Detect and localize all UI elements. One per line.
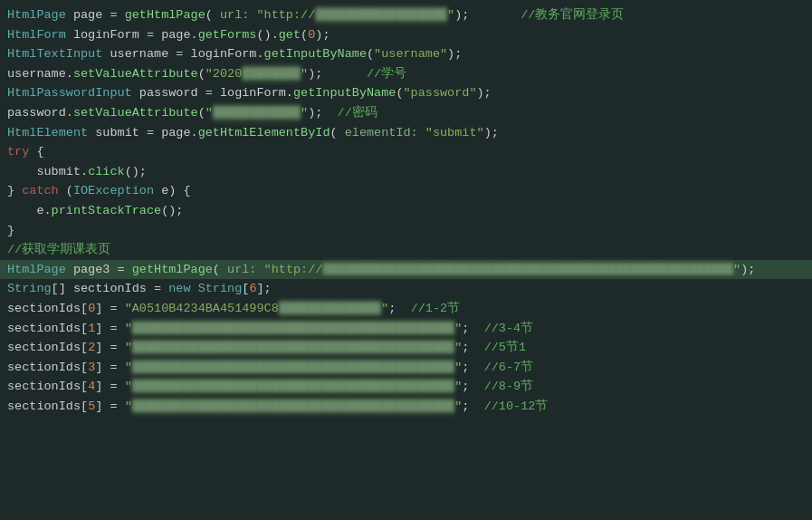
code-token: ████████████████████████████████████████… [132,319,454,339]
code-token: ); [740,260,755,280]
code-token [322,103,337,123]
code-token: password. [7,103,73,123]
code-token: ( [198,64,205,84]
code-token: //3-4节 [484,319,534,339]
code-token: { [29,142,43,162]
code-token: ); [477,83,492,103]
code-token: e) { [154,181,191,201]
code-token: ] = [95,358,124,378]
code-token: ; [462,358,469,378]
code-token: " [447,5,454,25]
code-token: ████████ [242,64,301,84]
code-token: "2020 [205,64,243,84]
code-token: submit = page. [88,123,198,143]
code-token [469,397,483,417]
code-token: sectionIds[ [7,338,88,358]
code-token: String [7,279,52,299]
code-token: " [301,103,308,123]
code-token: getInputByName [293,83,396,103]
code-token: " [381,299,388,319]
code-token: ████████████████████████████████████████… [132,358,454,378]
code-token: ( [59,181,73,201]
code-line: sectionIds[5] = "███████████████████████… [0,397,812,417]
code-token: sectionIds[ [7,358,88,378]
code-token: //1-2节 [411,299,461,319]
code-token: catch [22,181,59,201]
code-token: ; [462,377,469,397]
code-token: loginForm = page. [66,25,198,45]
code-token: (); [161,201,183,221]
code-token: " [454,358,462,378]
code-token: 0 [88,299,95,319]
code-line: sectionIds[0] = "A0510B4234BA451499C8███… [0,299,812,319]
code-token: getHtmlPage [132,260,213,280]
code-line: //获取学期课表页 [0,240,812,260]
code-token: IOException [73,181,154,201]
code-token: " [125,319,132,339]
code-token: " [454,377,462,397]
code-token [191,279,198,299]
code-token: url: [227,260,256,280]
code-token: HtmlTextInput [7,44,102,64]
code-token: HtmlElement [7,123,88,143]
code-token [469,319,483,339]
code-token: ] = [95,299,124,319]
code-token: ] = [95,377,124,397]
code-token: e. [7,201,52,221]
code-token: " [454,338,462,358]
code-token: ]; [256,279,271,299]
code-token: "http:// [264,260,323,280]
code-token: 6 [249,279,256,299]
code-token: 2 [88,338,95,358]
code-line: HtmlPage page = getHtmlPage( url: "http:… [0,5,812,25]
code-token: " [125,397,132,417]
code-token: ( [367,44,374,64]
code-line: HtmlElement submit = page.getHtmlElement… [0,123,812,143]
code-line: sectionIds[1] = "███████████████████████… [0,319,812,339]
code-token: ; [462,397,469,417]
code-line: password.setValueAttribute("████████████… [0,103,812,123]
code-token: setValueAttribute [73,103,198,123]
code-token [418,123,425,143]
code-line: sectionIds[2] = "███████████████████████… [0,338,812,358]
code-token: getHtmlPage [125,5,205,25]
code-token: ] = [95,338,124,358]
code-token [469,338,483,358]
code-token: 5 [88,397,95,417]
code-token: 3 [88,358,95,378]
code-token: "username" [374,44,447,64]
code-token: sectionIds[ [7,299,88,319]
code-token [396,299,410,319]
code-token: " [733,260,740,280]
code-token: //学号 [367,64,406,84]
code-token: ); [308,103,322,123]
code-token: //教务官网登录页 [521,5,624,25]
code-token: username. [7,64,73,84]
code-token: password = loginForm. [132,83,293,103]
code-line: username.setValueAttribute("2020████████… [0,64,812,84]
code-token: ████████████████████████████████████████… [322,260,733,280]
code-token: } [7,181,22,201]
code-token: " [125,377,132,397]
code-line: HtmlTextInput username = loginForm.getIn… [0,44,812,64]
code-token: "http:// [256,5,315,25]
code-token [249,5,256,25]
code-token [322,64,367,84]
code-token: ( [396,83,403,103]
code-token: " [454,319,462,339]
code-token: ████████████████████████████████████████… [132,377,454,397]
code-token: ); [447,44,462,64]
code-token: ); [308,64,322,84]
code-token: ); [454,5,469,25]
code-token: "password" [404,83,477,103]
code-token: String [198,279,243,299]
code-token: HtmlPage [7,260,66,280]
code-line: try { [0,142,812,162]
code-token: ); [484,123,499,143]
code-token: "submit" [425,123,484,143]
code-token: getHtmlElementById [198,123,330,143]
code-token: getInputByName [264,44,367,64]
code-token: page = [66,5,125,25]
code-token [256,260,263,280]
code-token: //8-9节 [484,377,534,397]
